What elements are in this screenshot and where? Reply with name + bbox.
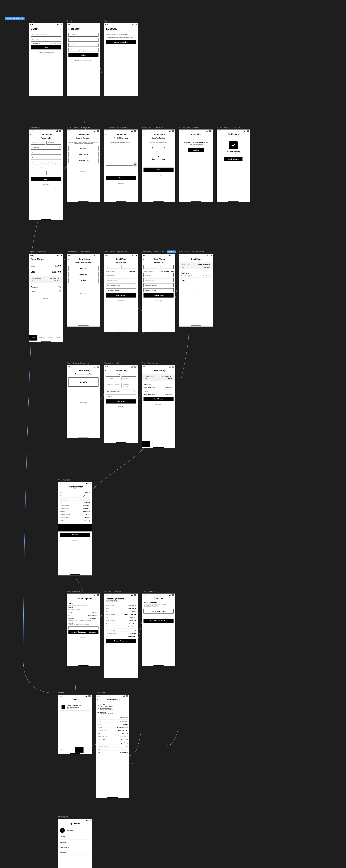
back-button[interactable]: ‹ (30, 133, 31, 136)
login-link[interactable]: Login (89, 60, 92, 61)
svg-marker-1 (174, 251, 175, 252)
license-option[interactable]: Drive License (68, 152, 98, 157)
screen-payer-saved: 9:41􀙇 ‹Send Money Exchange Rate1 CAD = 5… (142, 365, 175, 448)
back-button[interactable]: ‹ (68, 258, 69, 260)
purpose[interactable]: Remittance Purpose (106, 288, 136, 292)
add-icon[interactable]: + (209, 279, 211, 281)
label: Send Money - Recipient Info (104, 251, 127, 253)
tab-orders[interactable]: Orders (46, 335, 54, 340)
address2-field[interactable]: Address Line 2 (Unit Number) (31, 166, 61, 170)
bank-card-option[interactable]: Bank Card (68, 266, 98, 271)
back-button[interactable]: ‹ (105, 369, 106, 372)
edit-link[interactable]: Edit (209, 275, 211, 277)
screen-recipient-bank: 9:41􀙇 ‹Send Money Recipient Info First N… (104, 254, 138, 332)
language-row[interactable]: Language (60, 840, 90, 845)
screen-login: 9:41􀙇 Login Email Address / User Name Pa… (29, 23, 63, 96)
banner (58, 524, 92, 531)
back-button[interactable]: ‹ (143, 369, 144, 372)
bank-name[interactable]: Bank Name (106, 273, 136, 277)
screen-idv3: 9:41􀙇 ‹Verification Proof of Residency P… (104, 129, 138, 202)
back-button[interactable]: Back to Processing (106, 639, 136, 643)
continue-button[interactable]: Continue (188, 148, 204, 152)
first-name[interactable]: First Name (106, 265, 120, 269)
label: Processing Payment (104, 590, 121, 592)
passport-option[interactable]: Passport (68, 146, 98, 151)
tab-account[interactable]: Account (54, 335, 63, 340)
save-button[interactable]: Save Payer (106, 399, 136, 403)
add-recipient-icon[interactable]: + (59, 286, 61, 288)
next-button[interactable]: Next (106, 176, 136, 180)
about-row[interactable]: About Us (60, 850, 90, 856)
etransfer-option[interactable]: E-transfer (68, 377, 98, 386)
detail-button[interactable]: Check Order Detail (143, 609, 173, 613)
wechat-option[interactable]: Wechat Pay (68, 272, 98, 277)
remember-checkbox[interactable]: Remember Me (31, 43, 40, 44)
home-button[interactable]: Send more or Home Page (143, 619, 173, 623)
register-link[interactable]: Register (49, 52, 54, 53)
dob-field[interactable]: Date of Birth (31, 146, 61, 150)
pr-card-option[interactable]: Canada PR Card (68, 158, 98, 163)
back-button[interactable]: ‹ (105, 258, 106, 260)
referral-field[interactable]: Referral Code (Optional) (68, 48, 98, 52)
payer-section[interactable]: Payer+ (31, 288, 61, 293)
pay-now-button[interactable]: Pay Now (60, 533, 90, 537)
password-field[interactable]: Password (31, 38, 61, 42)
save-button[interactable]: Save Recipient (143, 293, 173, 298)
camera-button[interactable]: 📷 (133, 162, 137, 167)
send-money-button[interactable]: Sending Money (224, 157, 242, 161)
label: ID Verification - 3 Proof of Re… (104, 126, 129, 128)
country-select[interactable]: Country (46, 171, 61, 175)
screen-confirm-order: 9:41􀙇 ‹Confirm OrderCAD to CNY Send1,000… (58, 482, 92, 575)
alipay-option[interactable]: Ali Pay (68, 278, 98, 283)
flow-tag[interactable]: Flow 1 (167, 250, 176, 253)
province-select[interactable]: Province (31, 171, 45, 175)
prototype-tag[interactable]: Wireframe Prot… (5, 17, 25, 20)
confirm-password-field[interactable]: Confirm Password (68, 43, 98, 47)
security-row[interactable]: Security (60, 834, 90, 840)
address1-field[interactable]: Address Line 1 (Street No., Street Name) (31, 161, 61, 165)
payer-section[interactable]: Payer+ (181, 278, 211, 282)
back-button[interactable]: ‹ (60, 486, 60, 489)
label: ID Verification - 5 Account Ve… (217, 126, 242, 128)
recipient-section[interactable]: Recipient+ (31, 284, 61, 288)
order-item[interactable]: 1,000 CAD to 5300.00 CNY2022-05-12 14:40… (60, 704, 90, 711)
email-field[interactable]: Email Address / User Name (31, 33, 61, 37)
screen-payment-method: 9:41􀙇 ‹Send Money Choose Payment Method … (67, 365, 100, 438)
screen-completed: 9:41􀙇 Completed Order Completed We have … (142, 593, 175, 666)
label: Order Details (96, 691, 106, 693)
back-button[interactable]: ‹ (68, 133, 69, 136)
add-payer-icon[interactable]: + (59, 290, 61, 292)
register-button[interactable]: Register (68, 53, 98, 57)
screen-success: 9:41􀙇 Success You've create an account s… (104, 23, 138, 96)
label: ID Verification - 4 Review (179, 126, 200, 128)
back-button[interactable]: ‹ (105, 133, 106, 136)
face-id-icon (152, 147, 165, 160)
back-button[interactable]: ‹ (180, 258, 181, 260)
account-no[interactable]: Bank Account No. (106, 278, 136, 282)
back-button[interactable]: ‹ (68, 597, 69, 600)
sent-button[interactable]: I've Sent The Payment by E-Transfer (68, 630, 98, 634)
forgot-link[interactable]: Forget Password? (51, 43, 61, 44)
back-button[interactable]: ‹ (143, 258, 144, 260)
save-button[interactable]: Save Recipient (106, 293, 136, 298)
next-button[interactable]: Next (143, 168, 173, 172)
relationship[interactable]: The Recipient is Your: (106, 283, 136, 287)
next-button[interactable]: Next (31, 177, 61, 181)
screen-my-account: 9:41􀙇 My Account User Name› Security Lan… (58, 819, 92, 868)
last-name[interactable]: Last Name (122, 265, 136, 269)
last-name-field[interactable]: Last Name (46, 141, 61, 145)
back-button[interactable]: ‹ (68, 369, 69, 372)
invite-row[interactable]: Invite Friends (60, 845, 90, 850)
email-field[interactable]: Email Address (68, 33, 98, 37)
screen-idv5: 9:41􀙇 Verification Thanks for submitting… (179, 129, 213, 202)
tab-contacts[interactable]: Contacts (37, 335, 46, 340)
back-button[interactable]: ‹ (143, 133, 144, 136)
login-button[interactable]: Login (31, 45, 61, 50)
password-field[interactable]: Password (68, 38, 98, 42)
email-field[interactable]: Email (31, 151, 61, 155)
send-button[interactable]: Send Money (143, 397, 173, 401)
start-verification-button[interactable]: Start ID Verification (106, 40, 136, 44)
tab-send[interactable]: Send (29, 335, 37, 340)
first-name-field[interactable]: First Name (31, 141, 45, 145)
income-select[interactable]: Source of Income (31, 156, 61, 160)
